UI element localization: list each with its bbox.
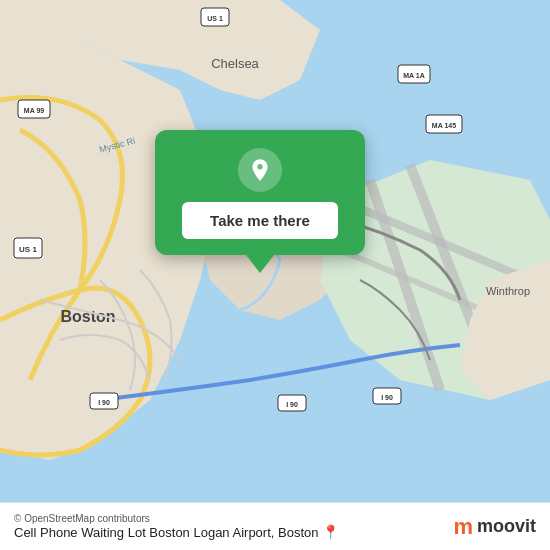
svg-text:I 90: I 90: [381, 394, 393, 401]
svg-text:MA 145: MA 145: [432, 122, 456, 129]
moovit-brand-text: moovit: [477, 516, 536, 537]
map-attribution: © OpenStreetMap contributors: [14, 513, 339, 524]
moovit-icon: m: [453, 514, 473, 540]
svg-text:MA 1A: MA 1A: [403, 72, 425, 79]
location-pin-emoji: 📍: [322, 524, 339, 540]
svg-text:I 90: I 90: [286, 401, 298, 408]
map-container: US 1 I 90 I 90 I 90 MA 1A MA 145 MA 99 U…: [0, 0, 550, 550]
svg-text:Chelsea: Chelsea: [211, 56, 259, 71]
svg-text:Winthrop: Winthrop: [486, 285, 530, 297]
location-icon: [238, 148, 282, 192]
bottom-bar-info: © OpenStreetMap contributors Cell Phone …: [14, 513, 339, 540]
svg-text:MA 99: MA 99: [24, 107, 44, 114]
bottom-bar: © OpenStreetMap contributors Cell Phone …: [0, 502, 550, 550]
map-background: US 1 I 90 I 90 I 90 MA 1A MA 145 MA 99 U…: [0, 0, 550, 550]
svg-text:US 1: US 1: [207, 15, 223, 22]
location-name: Cell Phone Waiting Lot Boston Logan Airp…: [14, 524, 339, 540]
popup-card: Take me there: [155, 130, 365, 255]
moovit-logo: m moovit: [453, 514, 536, 540]
svg-text:US 1: US 1: [19, 245, 37, 254]
location-text: Cell Phone Waiting Lot Boston Logan Airp…: [14, 525, 318, 540]
take-me-there-button[interactable]: Take me there: [182, 202, 338, 239]
svg-text:I 90: I 90: [98, 399, 110, 406]
